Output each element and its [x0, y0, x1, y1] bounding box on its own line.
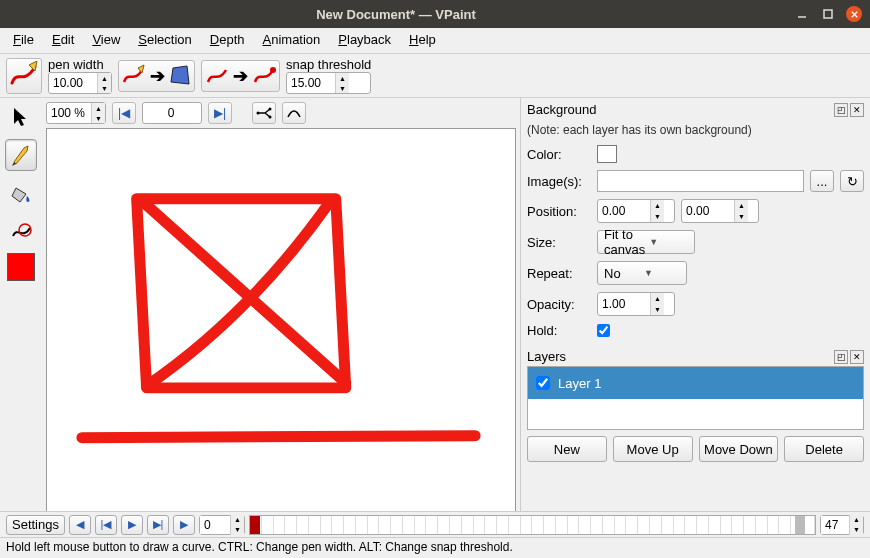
images-reload-button[interactable]: ↻: [840, 170, 864, 192]
background-heading: Background: [527, 102, 832, 117]
menu-file[interactable]: File: [4, 28, 43, 53]
repeat-combo[interactable]: No▼: [597, 261, 687, 285]
frame-spin[interactable]: [142, 102, 202, 124]
sculpt-tool[interactable]: [5, 215, 37, 247]
repeat-label: Repeat:: [527, 266, 591, 281]
layers-close-button[interactable]: ✕: [850, 350, 864, 364]
face-icon: [169, 64, 191, 88]
snap-threshold-spin[interactable]: ▲▼: [286, 72, 371, 94]
background-color-picker[interactable]: [597, 145, 617, 163]
snap-threshold-input[interactable]: [287, 74, 335, 92]
display-mode-button[interactable]: [282, 102, 306, 124]
layer-visible-checkbox[interactable]: [536, 376, 550, 390]
snap-group[interactable]: ➔: [201, 60, 280, 92]
select-tool[interactable]: [5, 101, 37, 133]
background-close-button[interactable]: ✕: [850, 103, 864, 117]
background-undock-button[interactable]: ◰: [834, 103, 848, 117]
current-color-swatch[interactable]: [7, 253, 35, 281]
canvas[interactable]: [46, 128, 516, 511]
images-label: Image(s):: [527, 174, 591, 189]
timeline-frame-input[interactable]: [200, 516, 230, 534]
pen-width-up[interactable]: ▲: [97, 73, 111, 83]
layer-new-button[interactable]: New: [527, 436, 607, 462]
size-combo[interactable]: Fit to canvas▼: [597, 230, 695, 254]
timeline-end-input[interactable]: [821, 516, 849, 534]
timeline-settings-button[interactable]: Settings: [6, 515, 65, 535]
images-browse-button[interactable]: ...: [810, 170, 834, 192]
titlebar: New Document* — VPaint: [0, 0, 870, 28]
timeline-track[interactable]: [249, 515, 816, 535]
images-input[interactable]: [597, 170, 804, 192]
zoom-up[interactable]: ▲: [91, 103, 105, 113]
timeline-next-button[interactable]: ▶: [173, 515, 195, 535]
opacity-spin[interactable]: ▲▼: [597, 292, 675, 316]
sketch-tool-icon[interactable]: [6, 58, 42, 94]
svg-rect-1: [824, 10, 832, 18]
first-frame-button[interactable]: |◀: [112, 102, 136, 124]
hold-checkbox[interactable]: [597, 324, 610, 337]
zoom-input[interactable]: [47, 104, 91, 122]
size-label: Size:: [527, 235, 591, 250]
timeline-cursor[interactable]: [250, 516, 260, 534]
menubar: File Edit View Selection Depth Animation…: [0, 28, 870, 54]
menu-animation[interactable]: Animation: [254, 28, 330, 53]
menu-help[interactable]: Help: [400, 28, 445, 53]
timeline-prev-button[interactable]: ◀: [69, 515, 91, 535]
close-button[interactable]: [846, 6, 862, 22]
opacity-input[interactable]: [598, 295, 650, 313]
zoom-spin[interactable]: ▲▼: [46, 102, 106, 124]
zoom-down[interactable]: ▼: [91, 113, 105, 123]
pen-width-down[interactable]: ▼: [97, 83, 111, 93]
arrow-icon: ➔: [150, 65, 165, 87]
svg-point-7: [269, 108, 272, 111]
layer-row[interactable]: Layer 1: [528, 367, 863, 399]
paint-bucket-tool[interactable]: [5, 177, 37, 209]
layer-delete-button[interactable]: Delete: [784, 436, 864, 462]
position-x-input[interactable]: [598, 202, 650, 220]
timeline-frame-spin[interactable]: ▲▼: [199, 515, 245, 535]
background-panel-header: Background ◰ ✕: [527, 102, 864, 117]
maximize-button[interactable]: [820, 6, 836, 22]
snap-down[interactable]: ▼: [335, 83, 349, 93]
drawing-content: [47, 129, 515, 511]
menu-selection[interactable]: Selection: [129, 28, 200, 53]
layer-movedown-button[interactable]: Move Down: [699, 436, 779, 462]
timeline-last-button[interactable]: ▶|: [147, 515, 169, 535]
minimize-button[interactable]: [794, 6, 810, 22]
menu-edit[interactable]: Edit: [43, 28, 83, 53]
layers-list[interactable]: Layer 1: [527, 366, 864, 430]
layer-name: Layer 1: [558, 376, 601, 391]
sketch-tool[interactable]: [5, 139, 37, 171]
menu-playback[interactable]: Playback: [329, 28, 400, 53]
topology-mode-button[interactable]: [252, 102, 276, 124]
timeline-end-spin[interactable]: ▲▼: [820, 515, 864, 535]
pen-width-spin[interactable]: ▲▼: [48, 72, 112, 94]
menu-view[interactable]: View: [83, 28, 129, 53]
frame-input[interactable]: [143, 104, 199, 122]
timeline-end-marker: [795, 516, 805, 534]
svg-point-8: [269, 116, 272, 119]
position-x-spin[interactable]: ▲▼: [597, 199, 675, 223]
pen-width-group: pen width ▲▼: [48, 57, 112, 94]
position-y-input[interactable]: [682, 202, 734, 220]
layers-panel-header: Layers ◰ ✕: [527, 349, 864, 364]
arrow-icon: ➔: [233, 65, 248, 87]
menu-depth[interactable]: Depth: [201, 28, 254, 53]
pen-width-input[interactable]: [49, 74, 97, 92]
planar-map-group[interactable]: ➔: [118, 60, 195, 92]
statusbar: Hold left mouse button to draw a curve. …: [0, 537, 870, 558]
snap-up[interactable]: ▲: [335, 73, 349, 83]
timeline: Settings ◀ |◀ ▶ ▶| ▶ ▲▼ ▲▼: [0, 511, 870, 537]
color-label: Color:: [527, 147, 591, 162]
last-frame-button[interactable]: ▶|: [208, 102, 232, 124]
position-y-spin[interactable]: ▲▼: [681, 199, 759, 223]
open-curve-icon: [205, 64, 229, 88]
layer-moveup-button[interactable]: Move Up: [613, 436, 693, 462]
layers-undock-button[interactable]: ◰: [834, 350, 848, 364]
snap-threshold-group: snap threshold ▲▼: [286, 57, 371, 94]
timeline-play-button[interactable]: ▶: [121, 515, 143, 535]
timeline-first-button[interactable]: |◀: [95, 515, 117, 535]
main-toolbar: pen width ▲▼ ➔ ➔ snap threshold ▲▼: [0, 54, 870, 98]
background-note: (Note: each layer has its own background…: [527, 123, 864, 137]
layers-heading: Layers: [527, 349, 832, 364]
